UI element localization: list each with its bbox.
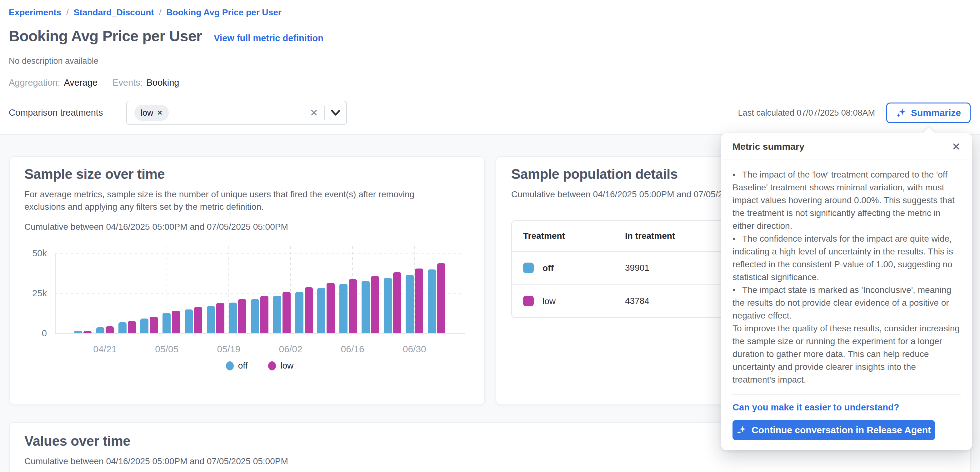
sample-size-card: Sample size over time For average metric… <box>10 156 485 405</box>
metric-description: No description available <box>9 56 99 66</box>
continue-conversation-button[interactable]: Continue conversation in Release Agent <box>732 420 935 440</box>
summary-paragraph: To improve the quality of these results,… <box>732 322 961 386</box>
y-axis-label: 0 <box>17 328 47 338</box>
chart-bar-off <box>118 322 127 333</box>
chart-bar-off <box>185 309 193 333</box>
chart-bar-off <box>428 269 436 333</box>
chart-bar-off <box>273 296 281 333</box>
popover-body: • The impact of the 'low' treatment comp… <box>721 159 972 386</box>
chart-bar-off <box>251 299 259 333</box>
last-calculated-text: Last calculated 07/07/2025 08:08AM <box>738 108 875 118</box>
chevron-down-icon[interactable] <box>331 110 340 116</box>
v-gridline <box>105 246 105 333</box>
summarize-label: Summarize <box>911 107 961 118</box>
legend-label: low <box>280 361 293 371</box>
in-treatment-value: 39901 <box>614 252 725 285</box>
easier-to-understand-link[interactable]: Can you make it easier to understand? <box>732 402 961 413</box>
chart-bar-off <box>361 281 370 333</box>
chart-bar-off <box>384 278 392 333</box>
chart-bar-low <box>415 268 423 333</box>
x-axis-label: 06/30 <box>393 344 436 354</box>
summary-bullet: • The impact state is marked as 'Inconcl… <box>732 284 961 322</box>
aggregation-row: Aggregation: Average Events: Booking <box>9 78 180 88</box>
chart-legend: offlow <box>55 361 465 371</box>
values-title: Values over time <box>24 433 130 449</box>
table-header: Treatment <box>512 221 614 252</box>
sparkle-icon <box>896 107 907 118</box>
clear-selection-icon[interactable]: ✕ <box>310 107 318 119</box>
legend-label: off <box>238 361 248 371</box>
comparison-treatments-select[interactable]: low✕ ✕ <box>126 100 347 125</box>
chart-bar-off <box>96 327 104 333</box>
values-cumulative: Cumulative between 04/16/2025 05:00PM an… <box>24 455 288 468</box>
chart-bar-off <box>229 303 237 333</box>
chart-bar-off <box>207 306 215 333</box>
continue-conversation-label: Continue conversation in Release Agent <box>752 425 931 435</box>
breadcrumb: Experiments/Standard_Discount/Booking Av… <box>9 8 282 18</box>
metric-definition-link[interactable]: View full metric definition <box>214 33 323 43</box>
chart-bar-low <box>305 287 313 333</box>
chart-bar-off <box>295 292 304 333</box>
in-treatment-value: 43784 <box>614 285 725 317</box>
chart-bar-off <box>74 331 82 333</box>
y-axis-label: 25k <box>17 288 47 298</box>
x-axis-label: 06/16 <box>331 344 374 354</box>
metric-detail-page: Experiments/Standard_Discount/Booking Av… <box>0 0 980 472</box>
x-axis-label: 06/02 <box>269 344 312 354</box>
h-gridline <box>55 293 465 293</box>
population-title: Sample population details <box>511 166 678 182</box>
chart-bar-off <box>162 313 170 333</box>
x-axis-label: 05/05 <box>145 344 189 354</box>
chart-bar-low <box>260 296 269 333</box>
chart-bar-off <box>140 319 148 333</box>
summary-bullet: • The confidence intervals for the impac… <box>732 232 961 284</box>
page-title: Booking Avg Price per User <box>9 27 202 45</box>
chart-bar-low <box>216 303 224 333</box>
chart-bar-low <box>437 263 445 333</box>
chart-plot-area <box>55 253 465 334</box>
breadcrumb-item[interactable]: Booking Avg Price per User <box>166 8 281 18</box>
chip-remove-icon[interactable]: ✕ <box>157 109 163 116</box>
popover-header: Metric summary ✕ <box>721 133 972 159</box>
metric-summary-popover: Metric summary ✕ • The impact of the 'lo… <box>721 133 972 450</box>
chart-bar-low <box>128 321 136 333</box>
x-axis-label: 04/21 <box>83 344 127 354</box>
summarize-button[interactable]: Summarize <box>886 102 970 123</box>
chart-bar-low <box>150 317 158 333</box>
legend-dot <box>226 361 234 370</box>
treatment-name: off <box>542 263 554 273</box>
breadcrumb-separator: / <box>66 8 69 18</box>
chart-bar-off <box>339 284 347 333</box>
breadcrumb-item[interactable]: Standard_Discount <box>74 8 154 18</box>
aggregation-value: Average <box>64 78 97 88</box>
chart-bar-low <box>283 292 291 333</box>
chip-label: low <box>141 108 153 118</box>
chart-bar-low <box>194 307 202 333</box>
treatment-color-swatch <box>523 263 534 273</box>
chart-bar-low <box>349 279 357 333</box>
popover-divider <box>732 394 961 395</box>
chart-bar-low <box>326 283 335 333</box>
treatment-chips: low✕ <box>134 105 310 121</box>
chart-bar-low <box>393 272 401 333</box>
legend-dot <box>268 361 276 370</box>
title-row: Booking Avg Price per User View full met… <box>9 27 323 45</box>
events-value: Booking <box>146 78 180 88</box>
chart-bar-low <box>83 331 92 333</box>
treatment-chip[interactable]: low✕ <box>134 105 169 121</box>
aggregation-label: Aggregation: <box>9 78 60 88</box>
breadcrumb-item[interactable]: Experiments <box>9 8 61 18</box>
treatment-color-swatch <box>523 296 534 306</box>
treatment-name: low <box>542 296 555 306</box>
toolbar-right: Last calculated 07/07/2025 08:08AM Summa… <box>738 102 970 123</box>
breadcrumb-separator: / <box>159 8 162 18</box>
comparison-treatments-label: Comparison treatments <box>9 107 103 118</box>
legend-item-low: low <box>268 361 293 371</box>
chart-bar-off <box>317 288 325 333</box>
popover-title: Metric summary <box>732 141 804 152</box>
close-icon[interactable]: ✕ <box>952 141 961 152</box>
chart-bar-low <box>371 276 379 333</box>
legend-item-off: off <box>226 361 248 371</box>
sample-size-chart: offlow 025k50k04/2105/0505/1906/0206/160… <box>10 157 485 406</box>
v-gridline <box>414 246 415 333</box>
